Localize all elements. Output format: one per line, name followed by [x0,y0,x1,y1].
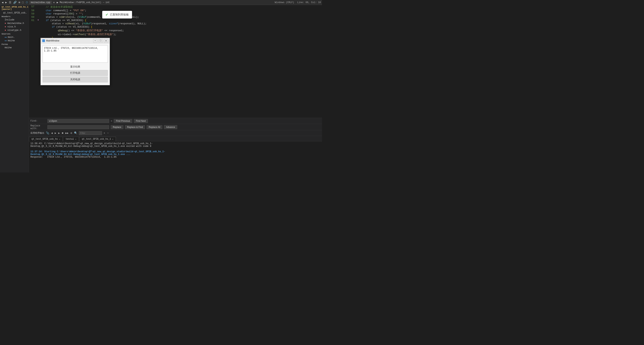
project-title[interactable]: qt_test_GPIB_usb_hs_1 [master] [0,5,29,11]
sidebar-item-main[interactable]: main. [0,36,29,39]
output-plus-icon[interactable]: + [103,132,106,135]
find-label: Find: [30,120,46,122]
main-layout: qt_test_GPIB_usb_hs_1 [master] qt_test_G… [0,5,322,173]
dialog-result-label: 显示结果 [42,64,108,70]
sidebar-section-headers: Headers [0,15,29,18]
new-tab-icon[interactable]: ⊞ [18,1,21,4]
replace-label: Replace with: [30,124,46,130]
current-filename[interactable]: mainwindow.cpp [29,1,52,4]
sidebar-section-sources: Sources [0,32,29,36]
lang-icon: ⬡ [25,1,28,4]
output-toolbar: 应用程序输出 📎 ◀ ▶ ▶ ■ ▶▶ ⚙ 🔍 + − [29,130,322,136]
output-tab-2-label: testal [66,138,74,140]
find-next-btn[interactable]: Find Next [134,119,148,123]
editor-area: ✔ 已复制到剪贴板 MainWindow ─ □ ✕ 显示结果 打开电源 关闭电… [29,5,322,173]
encoding-status: Windows (CRLF) [275,1,294,4]
sidebar-section-forms: Forms [0,43,29,46]
toast-check-icon: ✔ [106,13,108,17]
dialog-content: 显示结果 打开电源 关闭电源 [41,44,110,85]
output-run-icon[interactable]: ▶ [58,131,60,135]
replace-bar: Replace with: Replace Replace & Find Rep… [29,124,322,130]
output-tab-2-close[interactable]: ✕ [75,138,76,140]
dialog-titlebar[interactable]: MainWindow ─ □ ✕ [41,38,110,44]
output-line-2: 11:37:14: Starting C:\Users\Admin\Deskto… [30,148,320,156]
output-tab-3[interactable]: qt_test_GPIB_usb_hs_1 ✕ [79,137,116,141]
nav-back-icon[interactable]: ◀ [1,1,4,4]
replace-all-btn[interactable]: Replace All [146,125,162,129]
replace-input[interactable] [48,125,109,129]
find-bar: Find: ✕ Find Previous Find Next [29,118,322,124]
filter-icon[interactable]: ☰ [8,1,12,4]
code-line-settext: ui->label->setText("恭喜你,成功打开电源"); [29,33,322,36]
find-input[interactable] [48,119,109,123]
sidebar-item-mainw-ui[interactable]: mainw [0,46,29,49]
output-minus-icon[interactable]: − [107,132,109,135]
clipboard-toast: ✔ 已复制到剪贴板 [102,11,132,19]
code-view[interactable]: ✔ 已复制到剪贴板 MainWindow ─ □ ✕ 显示结果 打开电源 关闭电… [29,5,322,118]
output-debug-run-icon[interactable]: ▶▶ [65,131,69,135]
dialog-close-btn[interactable]: ✕ [104,39,108,43]
sidebar-item-mainw-cpp[interactable]: mainw [0,39,29,43]
code-line-60: 60 status = viWrite(vi, (ViBuf)command1,… [29,16,322,19]
dialog-maximize-btn[interactable]: □ [98,39,103,43]
output-tab-3-label: qt_test_GPIB_usb_hs_1 [82,138,111,140]
output-prev-icon[interactable]: ◀ [51,131,53,135]
dialog-title-icon [42,39,45,42]
output-stop-icon[interactable]: ■ [61,132,64,135]
output-settings-icon[interactable]: ⚙ [70,131,72,135]
find-clear-icon[interactable]: ✕ [111,119,112,123]
dialog-power-off-btn[interactable]: 关闭电源 [42,77,108,82]
sidebar-item-visa-h[interactable]: visa.h [0,25,29,29]
code-line-58: 58 char command1[] = "PUT ON"; [29,9,322,12]
code-line-blank1: status = viRead(vi, (ViBuf)response1, si… [29,22,322,25]
output-tab-1[interactable]: qt_test_GPIB_usb_hs ✕ [29,137,63,141]
sidebar-item-pro[interactable]: qt_test_GPIB_usb_hs_1.pro [0,11,29,15]
output-line-3: Response: ITECH Ltd., IT6723, 8021691147… [30,156,320,158]
replace-find-btn[interactable]: Replace & Find [125,125,145,129]
output-title: 应用程序输出 [30,131,44,135]
split-icon[interactable]: □ [22,1,24,4]
output-panel: 应用程序输出 📎 ◀ ▶ ▶ ■ ▶▶ ⚙ 🔍 + − qt_test_GPIB… [29,130,322,173]
output-line-1: 11:36:43: C:\Users\Admin\Desktop\QT\qt_n… [30,142,320,148]
output-tab-1-close[interactable]: ✕ [59,138,60,140]
code-line-57: 57 // 发送命令并读取响应 [29,5,322,9]
status-bar: Windows (CRLF) Line: 66, Col: 10 [275,1,321,4]
top-bar: ◀ ▶ ☰ 🔗 ⊞ □ ⬡ mainwindow.cpp ✕ ▶ MainWin… [0,0,322,5]
attach-icon[interactable]: 🔗 [13,1,17,4]
dialog-title-text: MainWindow [46,39,92,42]
code-line-59: 59 char response1[256] = ""; [29,12,322,16]
main-window-dialog[interactable]: MainWindow ─ □ ✕ 显示结果 打开电源 关闭电源 [40,38,110,85]
output-tabs: qt_test_GPIB_usb_hs ✕ testal ✕ qt_test_G… [29,136,322,141]
output-content[interactable]: 11:36:43: C:\Users\Admin\Desktop\QT\qt_n… [29,141,322,173]
function-breadcrumb: MainWindow::fnGPIB_usb_hs(int) → int [60,1,110,4]
output-tab-2[interactable]: testal ✕ [63,137,79,141]
code-line-if2: if (status == VI_SUCCESS) { [29,25,322,29]
output-filter-input[interactable] [79,131,102,135]
close-file-icon[interactable]: ✕ [53,1,55,4]
dialog-power-on-btn[interactable]: 打开电源 [42,70,108,76]
sidebar-item-include[interactable]: Include [0,18,29,22]
sidebar: qt_test_GPIB_usb_hs_1 [master] qt_test_G… [0,5,29,173]
replace-btn[interactable]: Replace [111,125,124,129]
line-col-status: Line: 66, Col: 10 [297,1,321,4]
output-tab-3-close[interactable]: ✕ [112,138,114,140]
output-next-icon[interactable]: ▶ [54,131,56,135]
dialog-minimize-btn[interactable]: ─ [93,39,97,43]
code-line-qdebug: qDebug() << "恭喜你,成功打开电源" << response1; [29,29,322,33]
dialog-output-textarea[interactable] [42,45,108,63]
toast-message: 已复制到剪贴板 [110,13,129,17]
nav-forward-icon[interactable]: ▶ [5,1,7,4]
breadcrumb-sep: ▶ [56,1,59,4]
find-previous-btn[interactable]: Find Previous [114,119,132,123]
sidebar-item-mainwindow-h[interactable]: mainwindow.h [0,22,29,25]
sidebar-item-visatype-h[interactable]: visatype.h [0,29,29,32]
output-tab-1-label: qt_test_GPIB_usb_hs [32,138,58,140]
output-search-icon[interactable]: 🔍 [74,131,78,135]
output-attach-icon[interactable]: 📎 [46,131,50,135]
advance-btn[interactable]: Advance [164,125,177,129]
code-line-61: 61 ▼ if (status == VI_SUCCESS) { [29,19,322,22]
